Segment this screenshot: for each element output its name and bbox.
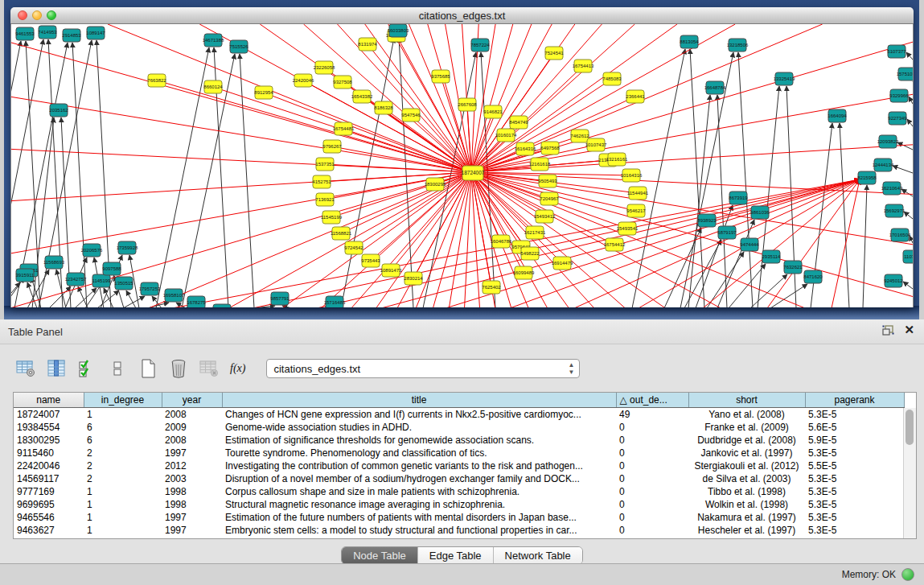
table-cell[interactable]: 0: [616, 524, 688, 537]
table-cell[interactable]: 0: [616, 485, 688, 498]
table-cell[interactable]: Genome-wide association studies in ADHD.: [222, 421, 616, 434]
table-cell[interactable]: 5.3E-5: [805, 524, 904, 537]
table-cell[interactable]: 9699695: [14, 498, 84, 511]
table-cell[interactable]: 1997: [162, 511, 222, 524]
table-cell[interactable]: Changes of HCN gene expression and I(f) …: [222, 408, 616, 422]
table-cell[interactable]: 18724007: [14, 408, 84, 422]
table-cell[interactable]: de Silva et al. (2003): [688, 472, 805, 485]
table-cell[interactable]: 9465546: [14, 511, 84, 524]
table-cell[interactable]: Tourette syndrome. Phenomenology and cla…: [222, 447, 616, 459]
float-panel-icon[interactable]: [882, 325, 894, 336]
table-cell[interactable]: Yano et al. (2008): [688, 408, 805, 422]
table-cell[interactable]: 5.3E-5: [805, 472, 904, 485]
table-cell[interactable]: 2: [84, 459, 162, 472]
table-cell[interactable]: 2008: [162, 408, 222, 422]
table-cell[interactable]: Disruption of a novel member of a sodium…: [222, 472, 616, 485]
table-cell[interactable]: 2012: [162, 459, 222, 472]
column-header-year[interactable]: year: [162, 393, 222, 408]
table-row[interactable]: 946554611997Estimation of the future num…: [14, 511, 904, 524]
table-cell[interactable]: Stergiakouli et al. (2012): [688, 459, 805, 472]
table-cell[interactable]: Investigating the contribution of common…: [222, 459, 616, 472]
table-cell[interactable]: 2: [84, 472, 162, 485]
tab-edge-table[interactable]: Edge Table: [418, 547, 494, 564]
select-rows-check-icon[interactable]: [77, 359, 97, 378]
tab-node-table[interactable]: Node Table: [342, 547, 418, 564]
table-cell[interactable]: 9777169: [14, 485, 84, 498]
node-table[interactable]: namein_degreeyeartitle△ out_de...shortpa…: [13, 392, 917, 539]
table-cell[interactable]: 1: [84, 498, 162, 511]
select-column-icon[interactable]: [47, 359, 66, 378]
table-cell[interactable]: 1: [84, 524, 162, 537]
table-cell[interactable]: 5.3E-5: [805, 511, 904, 524]
table-cell[interactable]: 2009: [162, 421, 222, 434]
table-cell[interactable]: 5.5E-5: [805, 459, 904, 472]
table-cell[interactable]: 5.3E-5: [805, 447, 904, 459]
table-cell[interactable]: Structural magnetic resonance image aver…: [222, 498, 616, 511]
table-cell[interactable]: 5.6E-5: [805, 421, 904, 434]
table-cell[interactable]: 5.3E-5: [805, 408, 904, 422]
table-settings-icon[interactable]: [16, 359, 35, 378]
table-row[interactable]: 911546021997Tourette syndrome. Phenomeno…: [14, 447, 904, 459]
table-cell[interactable]: Jankovic et al. (1997): [688, 447, 805, 459]
zoom-window-icon[interactable]: [47, 10, 56, 20]
table-row[interactable]: 1938455462009Genome-wide association stu…: [14, 421, 904, 434]
table-cell[interactable]: 5.3E-5: [805, 498, 904, 511]
table-cell[interactable]: 6: [84, 434, 162, 447]
table-vertical-scrollbar[interactable]: [903, 408, 916, 538]
tab-network-table[interactable]: Network Table: [494, 547, 582, 564]
table-cell[interactable]: 14569117: [14, 472, 84, 485]
table-cell[interactable]: 0: [616, 459, 688, 472]
table-cell[interactable]: 1997: [162, 447, 222, 459]
table-cell[interactable]: 2: [84, 447, 162, 459]
table-row[interactable]: 969969511998Structural magnetic resonanc…: [14, 498, 904, 511]
table-cell[interactable]: Franke et al. (2009): [688, 421, 805, 434]
table-cell[interactable]: 0: [616, 498, 688, 511]
citation-network-graph[interactable]: 1872400776638228660124891295422420046232…: [11, 24, 913, 307]
new-document-icon[interactable]: [138, 359, 158, 378]
minimize-window-icon[interactable]: [32, 10, 42, 20]
column-header-title[interactable]: title: [222, 393, 616, 408]
table-cell[interactable]: Tibbo et al. (1998): [688, 485, 805, 498]
table-cell[interactable]: 22420046: [14, 459, 84, 472]
table-cell[interactable]: 2003: [162, 472, 222, 485]
function-builder-icon[interactable]: f(x): [230, 362, 245, 375]
network-canvas[interactable]: 1872400776638228660124891295422420046232…: [10, 24, 914, 307]
table-cell[interactable]: Nakamura et al. (1997): [688, 511, 805, 524]
table-cell[interactable]: Wolkin et al. (1998): [688, 498, 805, 511]
table-row[interactable]: 1830029562008Estimation of significance …: [14, 434, 904, 447]
trash-icon[interactable]: [169, 359, 188, 378]
table-cell[interactable]: Dudbridge et al. (2008): [688, 434, 805, 447]
table-row[interactable]: 2242004622012Investigating the contribut…: [14, 459, 904, 472]
table-cell[interactable]: 1998: [162, 498, 222, 511]
table-row[interactable]: 1872400712008Changes of HCN gene express…: [14, 408, 904, 422]
dropdown-spinner-icon[interactable]: ▲▼: [569, 361, 575, 376]
column-header-out_de[interactable]: △ out_de...: [616, 393, 688, 408]
table-cell[interactable]: Estimation of the future numbers of pati…: [222, 511, 616, 524]
table-cell[interactable]: Embryonic stem cells: a model to study s…: [222, 524, 616, 537]
table-row[interactable]: 977716911998Corpus callosum shape and si…: [14, 485, 904, 498]
table-cell[interactable]: 1998: [162, 485, 222, 498]
column-header-name[interactable]: name: [14, 393, 84, 408]
table-cell[interactable]: 19384554: [14, 421, 84, 434]
table-cell[interactable]: 0: [616, 472, 688, 485]
table-cell[interactable]: 18300295: [14, 434, 84, 447]
table-cell[interactable]: Corpus callosum shape and size in male p…: [222, 485, 616, 498]
graph-node[interactable]: [213, 304, 231, 307]
column-header-short[interactable]: short: [688, 393, 805, 408]
table-row[interactable]: 946362711997Embryonic stem cells: a mode…: [14, 524, 904, 537]
table-cell[interactable]: 2008: [162, 434, 222, 447]
table-cell[interactable]: 6: [84, 421, 162, 434]
rows-icon[interactable]: [108, 359, 127, 378]
table-cell[interactable]: Hescheler et al. (1997): [688, 524, 805, 537]
column-header-pagerank[interactable]: pagerank: [805, 393, 904, 408]
table-cell[interactable]: 1: [84, 511, 162, 524]
table-cell[interactable]: 49: [616, 408, 688, 422]
table-cell[interactable]: Estimation of significance thresholds fo…: [222, 434, 616, 447]
network-window-titlebar[interactable]: citations_edges.txt: [10, 7, 914, 24]
table-cell[interactable]: 5.9E-5: [805, 434, 904, 447]
table-cell[interactable]: 0: [616, 447, 688, 459]
table-cell[interactable]: 1997: [162, 524, 222, 537]
close-panel-icon[interactable]: ✕: [904, 324, 914, 336]
network-table-dropdown[interactable]: citations_edges.txt ▲▼: [266, 359, 580, 378]
table-cell[interactable]: 1: [84, 485, 162, 498]
